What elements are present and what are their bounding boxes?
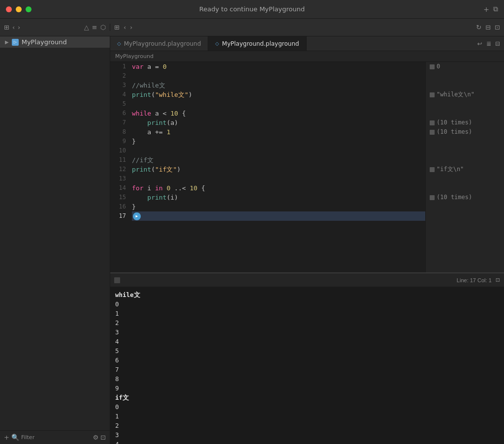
code-line-15: print(i) (132, 193, 425, 202)
console-toolbar: Line: 17 Col: 1 ⊡ (110, 273, 504, 287)
result-row-8: (10 times) (426, 127, 504, 137)
share-icon[interactable]: △ (84, 24, 89, 31)
result-row-4: "while文\n" (426, 90, 504, 99)
line-num-14: 14 (110, 183, 126, 193)
console-line-2b: 2 (115, 421, 499, 430)
tab-0[interactable]: ◇ MyPlayground.playground (110, 36, 208, 51)
maximize-button[interactable] (26, 6, 32, 12)
tabs-bar: ◇ MyPlayground.playground ◇ MyPlayground… (110, 36, 504, 51)
sidebar-item-myplayground[interactable]: ▶ ▷ MyPlayground (0, 36, 110, 48)
console-line-4b: 4 (115, 440, 499, 444)
back-icon[interactable]: ‹ (12, 24, 15, 31)
code-line-1: var a = 0 (132, 62, 425, 71)
code-line-10 (132, 146, 425, 155)
settings-icon[interactable]: ⬡ (100, 24, 106, 31)
inspector-icon[interactable]: ⊟ (485, 24, 491, 31)
tab-0-label: MyPlayground.playground (124, 40, 201, 47)
titlebar: Ready to continue MyPlayground + ⧉ (0, 0, 504, 19)
nav-forward-icon[interactable]: › (130, 24, 132, 31)
result-row-7: (10 times) (426, 118, 504, 127)
titlebar-actions: + ⧉ (483, 5, 498, 13)
console-status: Line: 17 Col: 1 (457, 277, 492, 283)
window-title: Ready to continue MyPlayground (199, 5, 305, 13)
result-icon-1 (430, 64, 435, 69)
line-num-9: 9 (110, 137, 126, 146)
line-num-6: 6 (110, 109, 126, 118)
tab-list-icon[interactable]: ≣ (486, 40, 491, 47)
console-pane: Line: 17 Col: 1 ⊡ while文 0 1 2 3 4 5 6 7… (110, 273, 504, 444)
close-button[interactable] (6, 6, 12, 12)
line-numbers: 1 2 3 4 5 6 7 8 9 10 11 12 13 14 15 16 1 (110, 62, 130, 272)
line-num-15: 15 (110, 193, 126, 202)
sidebar-toggle-icon[interactable]: ⊞ (4, 24, 9, 31)
result-icon-8 (430, 130, 435, 135)
code-line-14: for i in 0 ..< 10 { (132, 183, 425, 193)
code-line-6: while a < 10 { (132, 109, 425, 118)
result-icon-12 (430, 167, 435, 172)
code-line-16: } (132, 202, 425, 211)
console-line-1b: 1 (115, 412, 499, 421)
console-line-3b: 3 (115, 430, 499, 440)
result-row-15: (10 times) (426, 193, 504, 202)
code-line-7: print(a) (132, 118, 425, 127)
tabs-right: ↩ ≣ ⊟ (473, 36, 504, 51)
tab-nav-icon[interactable]: ↩ (477, 40, 482, 47)
result-icon-4 (430, 92, 435, 97)
toolbar-right: ⊞ ‹ › ↻ ⊟ ⊡ (110, 24, 504, 31)
console-line-1a: 1 (115, 309, 499, 318)
add-icon[interactable]: + (483, 5, 489, 13)
forward-icon[interactable]: › (18, 24, 20, 31)
console-line-9a: 9 (115, 384, 499, 393)
result-row-17 (426, 211, 504, 221)
tab-split-icon[interactable]: ⊟ (495, 40, 500, 47)
tab-1[interactable]: ◇ MyPlayground.playground (208, 36, 306, 51)
panel-icon[interactable]: ⊡ (495, 24, 500, 31)
console-resize-icon[interactable]: ⊡ (496, 277, 500, 283)
code-line-9: } (132, 137, 425, 146)
console-line-6a: 6 (115, 355, 499, 365)
filter-input-icon[interactable]: 🔍 (11, 434, 19, 441)
traffic-lights (6, 6, 32, 12)
console-output: while文 0 1 2 3 4 5 6 7 8 9 if文 0 1 2 3 4 (110, 287, 504, 444)
result-row-16 (426, 202, 504, 211)
line-num-4: 4 (110, 90, 126, 99)
result-row-6 (426, 109, 504, 118)
line-num-8: 8 (110, 127, 126, 137)
settings-bottom-icon[interactable]: ⚙ (93, 434, 98, 441)
result-icon-15 (430, 195, 435, 200)
line-num-10: 10 (110, 146, 126, 155)
console-line-4a: 4 (115, 337, 499, 346)
sidebar-bottom: + 🔍 Filter ⚙ ⊡ (0, 430, 110, 444)
code-line-11: //if文 (132, 155, 425, 165)
console-line-7a: 7 (115, 365, 499, 374)
breadcrumb-bar: MyPlayground (110, 51, 504, 62)
result-row-2 (426, 71, 504, 81)
console-line-0b: 0 (115, 402, 499, 412)
grid-icon[interactable]: ⊞ (114, 24, 120, 31)
line-num-12: 12 (110, 165, 126, 174)
console-line-5a: 5 (115, 346, 499, 355)
code-content[interactable]: var a = 0 //while文 print("while文") while… (130, 62, 425, 272)
add-file-icon[interactable]: + (4, 434, 9, 441)
split-view-icon[interactable]: ⧉ (493, 5, 498, 13)
layout-bottom-icon[interactable]: ⊡ (100, 434, 106, 441)
play-row: ▶ (132, 211, 425, 221)
console-icon[interactable] (114, 277, 120, 283)
filter-label[interactable]: Filter (21, 434, 34, 441)
filter-icon[interactable]: ≡ (92, 24, 97, 31)
minimize-button[interactable] (16, 6, 22, 12)
breadcrumb: MyPlayground (115, 53, 154, 59)
playground-icon: ▷ (12, 39, 19, 46)
line-num-17: 17 (110, 211, 126, 221)
code-line-12: print("if文") (132, 165, 425, 174)
nav-back-icon[interactable]: ‹ (124, 24, 126, 31)
results-sidebar: 0 "while文\n" (10 times) (10 times) "if文\… (425, 62, 504, 272)
console-line-0a: 0 (115, 299, 499, 309)
play-button[interactable]: ▶ (133, 212, 141, 220)
code-line-13 (132, 174, 425, 183)
run-icon[interactable]: ↻ (476, 24, 481, 31)
console-line-8a: 8 (115, 374, 499, 384)
line-num-5: 5 (110, 99, 126, 109)
result-icon-7 (430, 120, 435, 125)
line-num-16: 16 (110, 202, 126, 211)
